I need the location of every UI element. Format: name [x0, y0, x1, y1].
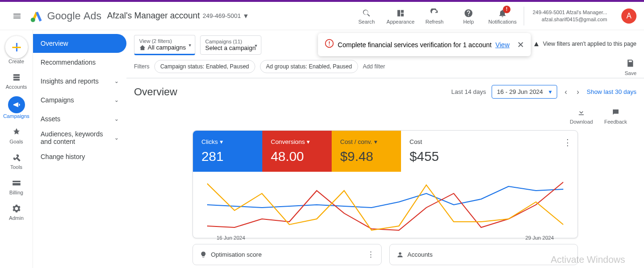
view-dropdown[interactable]: View (2 filters) All campaigns ▾ [134, 35, 195, 55]
rail-tools[interactable]: Tools [2, 151, 31, 170]
metric-cost-per-conv[interactable]: Cost / conv. ▾ $9.48 [332, 131, 401, 172]
chevron-down-icon: ⌄ [114, 78, 119, 84]
date-range-picker[interactable]: 16 - 29 Jun 2024 [492, 85, 557, 99]
refresh-button[interactable]: Refresh [422, 8, 447, 25]
admin-icon [12, 202, 21, 215]
bulb-icon [200, 251, 207, 259]
main-content: View (2 filters) All campaigns ▾ Campaig… [126, 30, 644, 268]
show-30-days-link[interactable]: Show last 30 days [586, 88, 636, 95]
sidenav-change-history[interactable]: Change history [33, 147, 126, 166]
filters-label: Filters [134, 63, 150, 70]
notifications-button[interactable]: ! Notifications [490, 8, 515, 25]
help-button[interactable]: Help [456, 8, 481, 25]
logo-ads: Ads [84, 10, 101, 22]
sidenav-overview[interactable]: Overview [33, 34, 126, 53]
metric-conversions[interactable]: Conversions ▾ 48.00 [262, 131, 332, 172]
filter-chip-adgroup-status[interactable]: Ad group status: Enabled, Paused [260, 60, 358, 73]
rail-billing[interactable]: Billing [2, 176, 31, 195]
separator [524, 7, 524, 25]
sidenav-insights[interactable]: Insights and reports⌄ [33, 72, 126, 91]
bottom-cards: Optimisation score ⋮ Accounts [192, 244, 578, 265]
top-actions: Search Appearance Refresh Help ! Notific… [354, 7, 636, 25]
save-icon [626, 59, 635, 70]
view-filter-warning: ▲ View filters aren't applied to this pa… [533, 40, 636, 48]
download-icon [577, 108, 585, 119]
rail-campaigns[interactable]: Campaigns [2, 96, 31, 119]
help-icon [464, 8, 473, 19]
side-nav: Overview Recommendations Insights and re… [33, 30, 126, 268]
user-info[interactable]: 249-469-5001 Afzal's Manager... afzal.sh… [533, 9, 607, 23]
main-menu-button[interactable] [8, 7, 26, 25]
accounts-card[interactable]: Accounts [389, 244, 578, 265]
account-dropdown-icon[interactable]: ▾ [244, 11, 248, 20]
ads-logo-icon [30, 9, 43, 23]
accounts-icon [12, 71, 21, 84]
card-menu-button[interactable]: ⋮ [563, 137, 572, 148]
next-period-button[interactable]: › [575, 86, 581, 98]
billing-icon [12, 176, 21, 190]
account-id: 249-469-5001 [203, 12, 241, 19]
notification-badge: ! [503, 6, 510, 13]
filter-chips-row: Filters Campaign status: Enabled, Paused… [126, 55, 644, 78]
overview-header: Overview Last 14 days 16 - 29 Jun 2024 ‹… [126, 78, 644, 105]
caret-down-icon: ▾ [307, 138, 310, 145]
line-chart [207, 176, 563, 233]
google-ads-logo: Google Ads [30, 9, 101, 23]
alert-icon [325, 39, 334, 50]
optimisation-score-card[interactable]: Optimisation score ⋮ [192, 244, 382, 265]
chevron-down-icon: ⌄ [114, 97, 119, 103]
alert-text: Complete financial services verification… [338, 41, 492, 49]
warning-triangle-icon: ▲ [533, 40, 540, 48]
filter-chip-campaign-status[interactable]: Campaign status: Enabled, Paused [154, 60, 255, 73]
hamburger-icon [12, 11, 22, 21]
logo-google: Google [47, 10, 81, 22]
caret-down-icon: ▾ [255, 42, 257, 48]
appearance-button[interactable]: Appearance [388, 8, 413, 25]
add-filter-button[interactable]: Add filter [363, 63, 385, 70]
user-avatar[interactable]: A [621, 8, 636, 24]
tools-icon [12, 151, 21, 164]
rail-admin[interactable]: Admin [2, 202, 31, 221]
metric-cost[interactable]: Cost $455 [401, 131, 470, 172]
appearance-icon [396, 8, 405, 19]
sidenav-recommendations[interactable]: Recommendations [33, 53, 126, 72]
download-feedback-row: Download Feedback [126, 105, 644, 127]
metrics-chart: 16 Jun 2024 29 Jun 2024 [193, 172, 577, 238]
caret-down-icon: ▾ [220, 138, 223, 145]
metrics-row: Clicks ▾ 281 Conversions ▾ 48.00 Cost / … [193, 131, 577, 172]
sidenav-audiences[interactable]: Audiences, keywords and content⌄ [33, 128, 126, 147]
prev-period-button[interactable]: ‹ [563, 86, 569, 98]
left-rail: Create Accounts Campaigns Goals Tools Bi… [0, 30, 33, 268]
last-14-label: Last 14 days [452, 88, 486, 95]
sidenav-assets[interactable]: Assets⌄ [33, 109, 126, 128]
top-bar: Google Ads Afzal's Manager account 249-4… [0, 2, 644, 30]
chart-x-end: 29 Jun 2024 [525, 235, 554, 241]
create-button[interactable]: Create [2, 36, 31, 64]
people-icon [396, 251, 404, 259]
date-controls: Last 14 days 16 - 29 Jun 2024 ‹ › Show l… [452, 85, 636, 99]
sidenav-campaigns[interactable]: Campaigns⌄ [33, 91, 126, 109]
download-button[interactable]: Download [570, 108, 593, 125]
feedback-button[interactable]: Feedback [604, 108, 627, 125]
chevron-down-icon: ⌄ [114, 134, 119, 141]
metric-clicks[interactable]: Clicks ▾ 281 [193, 131, 262, 172]
campaigns-icon [8, 96, 25, 113]
rail-accounts[interactable]: Accounts [2, 71, 31, 90]
goals-icon [12, 126, 21, 139]
search-button[interactable]: Search [354, 8, 379, 25]
account-name[interactable]: Afzal's Manager account [107, 11, 200, 21]
alert-close-button[interactable]: ✕ [517, 40, 524, 50]
chevron-down-icon: ⌄ [114, 116, 119, 122]
verification-alert: Complete financial services verification… [318, 33, 531, 56]
plus-icon [12, 43, 21, 51]
campaigns-dropdown[interactable]: Campaigns (11) Select a campaign ▾ [200, 35, 261, 55]
page-title: Overview [134, 86, 177, 98]
chart-x-start: 16 Jun 2024 [217, 235, 245, 241]
card-menu-button[interactable]: ⋮ [367, 250, 375, 259]
save-button[interactable]: Save [625, 59, 636, 76]
svg-point-0 [31, 17, 35, 22]
rail-goals[interactable]: Goals [2, 126, 31, 144]
filter-row: View (2 filters) All campaigns ▾ Campaig… [126, 30, 644, 55]
feedback-icon [611, 108, 620, 119]
alert-view-link[interactable]: View [495, 41, 510, 49]
